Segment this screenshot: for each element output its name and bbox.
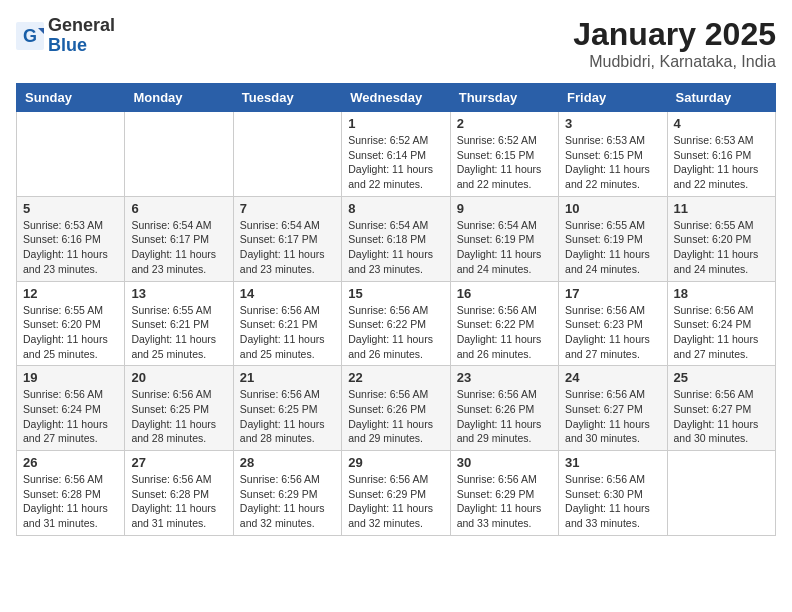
calendar-cell bbox=[17, 112, 125, 197]
day-info: Sunrise: 6:56 AM Sunset: 6:24 PM Dayligh… bbox=[674, 303, 769, 362]
day-number: 17 bbox=[565, 286, 660, 301]
day-number: 1 bbox=[348, 116, 443, 131]
logo: G General Blue bbox=[16, 16, 115, 56]
calendar-cell: 1Sunrise: 6:52 AM Sunset: 6:14 PM Daylig… bbox=[342, 112, 450, 197]
calendar-cell: 2Sunrise: 6:52 AM Sunset: 6:15 PM Daylig… bbox=[450, 112, 558, 197]
calendar-cell bbox=[233, 112, 341, 197]
day-of-week-header: Saturday bbox=[667, 84, 775, 112]
calendar-cell: 3Sunrise: 6:53 AM Sunset: 6:15 PM Daylig… bbox=[559, 112, 667, 197]
day-of-week-header: Thursday bbox=[450, 84, 558, 112]
calendar-header-row: SundayMondayTuesdayWednesdayThursdayFrid… bbox=[17, 84, 776, 112]
calendar-cell bbox=[125, 112, 233, 197]
calendar-week-row: 12Sunrise: 6:55 AM Sunset: 6:20 PM Dayli… bbox=[17, 281, 776, 366]
day-number: 26 bbox=[23, 455, 118, 470]
day-number: 10 bbox=[565, 201, 660, 216]
day-of-week-header: Tuesday bbox=[233, 84, 341, 112]
logo-icon: G bbox=[16, 22, 44, 50]
day-number: 29 bbox=[348, 455, 443, 470]
svg-text:G: G bbox=[23, 26, 37, 46]
calendar-cell: 10Sunrise: 6:55 AM Sunset: 6:19 PM Dayli… bbox=[559, 196, 667, 281]
calendar-week-row: 1Sunrise: 6:52 AM Sunset: 6:14 PM Daylig… bbox=[17, 112, 776, 197]
day-number: 9 bbox=[457, 201, 552, 216]
day-info: Sunrise: 6:56 AM Sunset: 6:26 PM Dayligh… bbox=[457, 387, 552, 446]
day-number: 11 bbox=[674, 201, 769, 216]
day-info: Sunrise: 6:56 AM Sunset: 6:30 PM Dayligh… bbox=[565, 472, 660, 531]
calendar-cell: 26Sunrise: 6:56 AM Sunset: 6:28 PM Dayli… bbox=[17, 451, 125, 536]
day-info: Sunrise: 6:52 AM Sunset: 6:14 PM Dayligh… bbox=[348, 133, 443, 192]
day-of-week-header: Sunday bbox=[17, 84, 125, 112]
day-number: 27 bbox=[131, 455, 226, 470]
day-number: 15 bbox=[348, 286, 443, 301]
calendar-week-row: 26Sunrise: 6:56 AM Sunset: 6:28 PM Dayli… bbox=[17, 451, 776, 536]
calendar-cell: 7Sunrise: 6:54 AM Sunset: 6:17 PM Daylig… bbox=[233, 196, 341, 281]
calendar-table: SundayMondayTuesdayWednesdayThursdayFrid… bbox=[16, 83, 776, 536]
calendar-cell: 11Sunrise: 6:55 AM Sunset: 6:20 PM Dayli… bbox=[667, 196, 775, 281]
calendar-cell: 29Sunrise: 6:56 AM Sunset: 6:29 PM Dayli… bbox=[342, 451, 450, 536]
day-of-week-header: Wednesday bbox=[342, 84, 450, 112]
calendar-cell: 24Sunrise: 6:56 AM Sunset: 6:27 PM Dayli… bbox=[559, 366, 667, 451]
calendar-cell bbox=[667, 451, 775, 536]
day-number: 19 bbox=[23, 370, 118, 385]
calendar-cell: 25Sunrise: 6:56 AM Sunset: 6:27 PM Dayli… bbox=[667, 366, 775, 451]
calendar-cell: 21Sunrise: 6:56 AM Sunset: 6:25 PM Dayli… bbox=[233, 366, 341, 451]
calendar-week-row: 19Sunrise: 6:56 AM Sunset: 6:24 PM Dayli… bbox=[17, 366, 776, 451]
calendar-cell: 15Sunrise: 6:56 AM Sunset: 6:22 PM Dayli… bbox=[342, 281, 450, 366]
calendar-cell: 14Sunrise: 6:56 AM Sunset: 6:21 PM Dayli… bbox=[233, 281, 341, 366]
day-info: Sunrise: 6:53 AM Sunset: 6:16 PM Dayligh… bbox=[23, 218, 118, 277]
calendar-cell: 13Sunrise: 6:55 AM Sunset: 6:21 PM Dayli… bbox=[125, 281, 233, 366]
logo-text: General Blue bbox=[48, 16, 115, 56]
day-number: 22 bbox=[348, 370, 443, 385]
calendar-title: January 2025 bbox=[573, 16, 776, 53]
day-number: 21 bbox=[240, 370, 335, 385]
calendar-body: 1Sunrise: 6:52 AM Sunset: 6:14 PM Daylig… bbox=[17, 112, 776, 536]
calendar-week-row: 5Sunrise: 6:53 AM Sunset: 6:16 PM Daylig… bbox=[17, 196, 776, 281]
day-info: Sunrise: 6:56 AM Sunset: 6:24 PM Dayligh… bbox=[23, 387, 118, 446]
day-number: 14 bbox=[240, 286, 335, 301]
day-info: Sunrise: 6:56 AM Sunset: 6:29 PM Dayligh… bbox=[457, 472, 552, 531]
calendar-cell: 5Sunrise: 6:53 AM Sunset: 6:16 PM Daylig… bbox=[17, 196, 125, 281]
day-info: Sunrise: 6:53 AM Sunset: 6:15 PM Dayligh… bbox=[565, 133, 660, 192]
day-info: Sunrise: 6:55 AM Sunset: 6:19 PM Dayligh… bbox=[565, 218, 660, 277]
day-info: Sunrise: 6:56 AM Sunset: 6:28 PM Dayligh… bbox=[131, 472, 226, 531]
day-info: Sunrise: 6:54 AM Sunset: 6:17 PM Dayligh… bbox=[240, 218, 335, 277]
calendar-cell: 28Sunrise: 6:56 AM Sunset: 6:29 PM Dayli… bbox=[233, 451, 341, 536]
calendar-cell: 8Sunrise: 6:54 AM Sunset: 6:18 PM Daylig… bbox=[342, 196, 450, 281]
day-number: 24 bbox=[565, 370, 660, 385]
calendar-cell: 4Sunrise: 6:53 AM Sunset: 6:16 PM Daylig… bbox=[667, 112, 775, 197]
calendar-cell: 27Sunrise: 6:56 AM Sunset: 6:28 PM Dayli… bbox=[125, 451, 233, 536]
day-number: 4 bbox=[674, 116, 769, 131]
header: G General Blue January 2025 Mudbidri, Ka… bbox=[16, 16, 776, 71]
day-info: Sunrise: 6:54 AM Sunset: 6:19 PM Dayligh… bbox=[457, 218, 552, 277]
calendar-cell: 6Sunrise: 6:54 AM Sunset: 6:17 PM Daylig… bbox=[125, 196, 233, 281]
calendar-cell: 17Sunrise: 6:56 AM Sunset: 6:23 PM Dayli… bbox=[559, 281, 667, 366]
day-info: Sunrise: 6:56 AM Sunset: 6:27 PM Dayligh… bbox=[565, 387, 660, 446]
day-number: 20 bbox=[131, 370, 226, 385]
day-number: 2 bbox=[457, 116, 552, 131]
day-number: 8 bbox=[348, 201, 443, 216]
day-info: Sunrise: 6:55 AM Sunset: 6:21 PM Dayligh… bbox=[131, 303, 226, 362]
day-number: 18 bbox=[674, 286, 769, 301]
day-info: Sunrise: 6:52 AM Sunset: 6:15 PM Dayligh… bbox=[457, 133, 552, 192]
title-section: January 2025 Mudbidri, Karnataka, India bbox=[573, 16, 776, 71]
day-of-week-header: Monday bbox=[125, 84, 233, 112]
day-info: Sunrise: 6:54 AM Sunset: 6:17 PM Dayligh… bbox=[131, 218, 226, 277]
day-info: Sunrise: 6:56 AM Sunset: 6:28 PM Dayligh… bbox=[23, 472, 118, 531]
day-number: 25 bbox=[674, 370, 769, 385]
day-number: 7 bbox=[240, 201, 335, 216]
day-info: Sunrise: 6:55 AM Sunset: 6:20 PM Dayligh… bbox=[23, 303, 118, 362]
calendar-cell: 23Sunrise: 6:56 AM Sunset: 6:26 PM Dayli… bbox=[450, 366, 558, 451]
day-number: 16 bbox=[457, 286, 552, 301]
day-info: Sunrise: 6:56 AM Sunset: 6:27 PM Dayligh… bbox=[674, 387, 769, 446]
day-number: 6 bbox=[131, 201, 226, 216]
day-number: 12 bbox=[23, 286, 118, 301]
day-info: Sunrise: 6:56 AM Sunset: 6:29 PM Dayligh… bbox=[348, 472, 443, 531]
calendar-cell: 30Sunrise: 6:56 AM Sunset: 6:29 PM Dayli… bbox=[450, 451, 558, 536]
day-info: Sunrise: 6:56 AM Sunset: 6:26 PM Dayligh… bbox=[348, 387, 443, 446]
calendar-cell: 19Sunrise: 6:56 AM Sunset: 6:24 PM Dayli… bbox=[17, 366, 125, 451]
day-number: 31 bbox=[565, 455, 660, 470]
calendar-cell: 22Sunrise: 6:56 AM Sunset: 6:26 PM Dayli… bbox=[342, 366, 450, 451]
calendar-cell: 18Sunrise: 6:56 AM Sunset: 6:24 PM Dayli… bbox=[667, 281, 775, 366]
calendar-subtitle: Mudbidri, Karnataka, India bbox=[573, 53, 776, 71]
calendar-cell: 12Sunrise: 6:55 AM Sunset: 6:20 PM Dayli… bbox=[17, 281, 125, 366]
calendar-cell: 9Sunrise: 6:54 AM Sunset: 6:19 PM Daylig… bbox=[450, 196, 558, 281]
